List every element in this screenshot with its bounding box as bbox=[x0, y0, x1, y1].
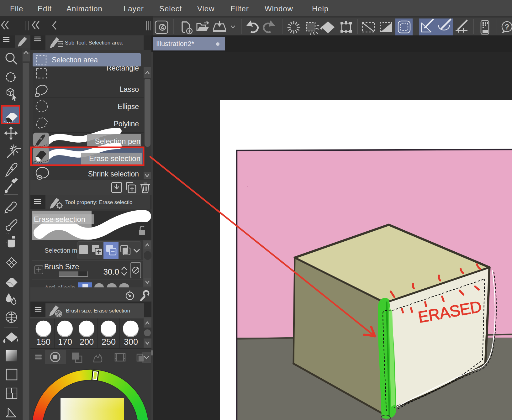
svg-text:Erase selection: Erase selection bbox=[89, 154, 140, 163]
svg-text:?: ? bbox=[505, 23, 509, 31]
svg-text:Erase selection: Erase selection bbox=[34, 215, 85, 223]
